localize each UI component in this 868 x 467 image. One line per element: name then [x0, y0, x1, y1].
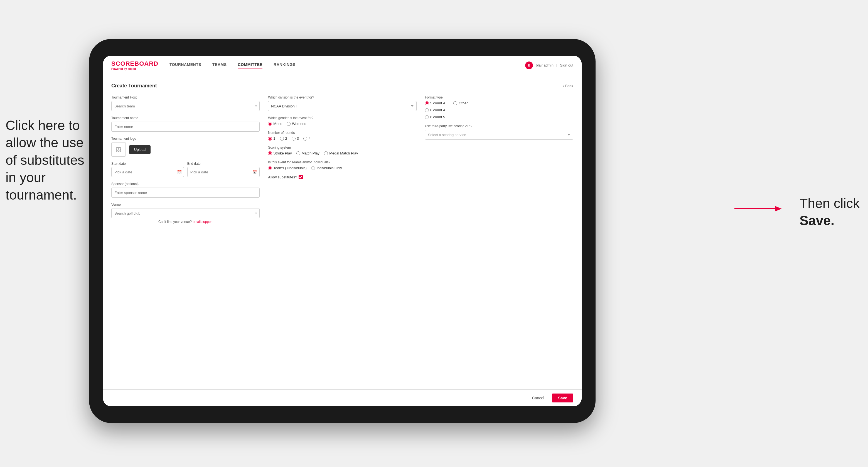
- tournament-host-group: Tournament Host ▾: [111, 95, 260, 111]
- end-date-input[interactable]: [187, 167, 260, 177]
- rounds-3[interactable]: 3: [292, 136, 299, 141]
- nav-tournaments[interactable]: TOURNAMENTS: [169, 62, 201, 68]
- form-grid: Tournament Host ▾ Tournament name Tourna…: [111, 95, 573, 229]
- venue-input[interactable]: [111, 208, 260, 218]
- cancel-button[interactable]: Cancel: [528, 394, 549, 402]
- event-individuals-radio[interactable]: [311, 166, 315, 170]
- format-5count4[interactable]: 5 count 4: [425, 101, 445, 105]
- tournament-name-label: Tournament name: [111, 116, 260, 120]
- back-link[interactable]: ‹ Back: [563, 84, 573, 88]
- sponsor-group: Sponsor (optional): [111, 182, 260, 197]
- venue-group: Venue ▾ Can't find your venue? email sup…: [111, 203, 260, 224]
- division-select[interactable]: NCAA Division I: [268, 101, 416, 111]
- format-5count4-radio[interactable]: [425, 101, 429, 105]
- rounds-2-radio[interactable]: [280, 137, 284, 141]
- scoring-medal-label: Medal Match Play: [329, 151, 358, 155]
- format-other-radio[interactable]: [453, 101, 457, 105]
- division-label: Which division is the event for?: [268, 95, 416, 99]
- scoring-label: Scoring system: [268, 146, 416, 150]
- rounds-4-radio[interactable]: [303, 137, 307, 141]
- rounds-group: Number of rounds 1 2: [268, 131, 416, 141]
- upload-button[interactable]: Upload: [129, 145, 151, 154]
- date-row: Start date 📅 End date 📅: [111, 162, 260, 177]
- allow-substitutes-label[interactable]: Allow substitutes?: [268, 175, 416, 179]
- scoring-match-label: Match Play: [302, 151, 319, 155]
- gender-mens-radio[interactable]: [268, 122, 272, 126]
- format-6count4-label: 6 count 4: [430, 108, 445, 112]
- logo-scoreboard: SCOREBOARD: [111, 60, 158, 67]
- scoring-medal-radio[interactable]: [324, 151, 328, 155]
- rounds-3-radio[interactable]: [292, 137, 296, 141]
- nav-rankings[interactable]: RANKINGS: [274, 62, 296, 68]
- allow-substitutes-checkbox[interactable]: [299, 175, 303, 179]
- event-teams[interactable]: Teams (+Individuals): [268, 166, 307, 170]
- logo-text-board: BOARD: [134, 60, 158, 67]
- rounds-4[interactable]: 4: [303, 136, 311, 141]
- image-icon: 🖼: [116, 146, 121, 153]
- scoring-match-radio[interactable]: [297, 151, 300, 155]
- venue-email-link[interactable]: email support: [193, 220, 213, 224]
- gender-womens[interactable]: Womens: [287, 122, 306, 126]
- scoring-api-group: Use third-party live scoring API? Select…: [425, 124, 573, 140]
- event-teams-radio[interactable]: [268, 166, 272, 170]
- rounds-4-label: 4: [309, 136, 311, 141]
- logo-text-score: SCORE: [111, 60, 134, 67]
- gender-mens-label: Mens: [273, 122, 282, 126]
- navbar: SCOREBOARD Powered by clippd TOURNAMENTS…: [103, 56, 582, 75]
- scoring-group: Scoring system Stroke Play Match Play: [268, 146, 416, 155]
- event-individuals[interactable]: Individuals Only: [311, 166, 342, 170]
- end-date-wrap: 📅: [187, 167, 260, 177]
- scoring-match[interactable]: Match Play: [297, 151, 319, 155]
- format-6count4[interactable]: 6 count 4: [425, 108, 573, 112]
- allow-substitutes-text: Allow substitutes?: [268, 175, 297, 179]
- format-group: Format type 5 count 4 Other: [425, 95, 573, 119]
- scoring-api-label: Use third-party live scoring API?: [425, 124, 573, 128]
- rounds-1-radio[interactable]: [268, 137, 272, 141]
- tablet-screen: SCOREBOARD Powered by clippd TOURNAMENTS…: [103, 56, 582, 406]
- event-type-radio-group: Teams (+Individuals) Individuals Only: [268, 166, 416, 170]
- format-options: 5 count 4 Other 6 count 4: [425, 101, 573, 119]
- rounds-1-label: 1: [273, 136, 275, 141]
- venue-dropdown-icon: ▾: [255, 211, 257, 215]
- nav-teams[interactable]: TEAMS: [212, 62, 227, 68]
- scoring-stroke[interactable]: Stroke Play: [268, 151, 292, 155]
- format-6count4-radio[interactable]: [425, 108, 429, 112]
- format-6count5-radio[interactable]: [425, 115, 429, 119]
- sponsor-input[interactable]: [111, 188, 260, 197]
- gender-womens-radio[interactable]: [287, 122, 290, 126]
- form-col3: Format type 5 count 4 Other: [425, 95, 573, 229]
- gender-radio-group: Mens Womens: [268, 122, 416, 126]
- scoring-radio-group: Stroke Play Match Play Medal Match Play: [268, 151, 416, 155]
- rounds-2-label: 2: [285, 136, 287, 141]
- start-date-wrap: 📅: [111, 167, 184, 177]
- rounds-2[interactable]: 2: [280, 136, 287, 141]
- logo-placeholder-box: 🖼: [111, 142, 126, 157]
- rounds-1[interactable]: 1: [268, 136, 275, 141]
- calendar-icon-start: 📅: [177, 170, 182, 174]
- event-individuals-label: Individuals Only: [316, 166, 342, 170]
- tournament-name-input[interactable]: [111, 122, 260, 132]
- start-date-input[interactable]: [111, 167, 184, 177]
- logo-upload-area: 🖼 Upload: [111, 142, 260, 157]
- nav-committee[interactable]: COMMITTEE: [238, 62, 263, 68]
- format-5count4-label: 5 count 4: [430, 101, 445, 105]
- tablet-frame: SCOREBOARD Powered by clippd TOURNAMENTS…: [89, 39, 595, 423]
- tournament-host-label: Tournament Host: [111, 95, 260, 99]
- annotation-right: Then clickSave.: [800, 195, 860, 229]
- annotation-right-text: Then clickSave.: [800, 196, 860, 228]
- save-button[interactable]: Save: [552, 394, 573, 402]
- tournament-host-input[interactable]: [111, 101, 260, 111]
- format-other[interactable]: Other: [453, 101, 468, 105]
- scoring-medal[interactable]: Medal Match Play: [324, 151, 358, 155]
- sign-out-link[interactable]: Sign out: [560, 63, 573, 67]
- event-type-group: Is this event for Teams and/or Individua…: [268, 160, 416, 170]
- venue-help-text: Can't find your venue? email support: [111, 220, 260, 224]
- tournament-logo-group: Tournament logo 🖼 Upload: [111, 137, 260, 157]
- gender-group: Which gender is the event for? Mens Wome…: [268, 116, 416, 126]
- scoring-api-select[interactable]: Select a scoring service Select & scorin…: [425, 130, 573, 140]
- format-6count5[interactable]: 6 count 5: [425, 115, 573, 119]
- gender-mens[interactable]: Mens: [268, 122, 282, 126]
- form-col2: Which division is the event for? NCAA Di…: [268, 95, 416, 229]
- scoring-stroke-radio[interactable]: [268, 151, 272, 155]
- rounds-radio-group: 1 2 3 4: [268, 136, 416, 141]
